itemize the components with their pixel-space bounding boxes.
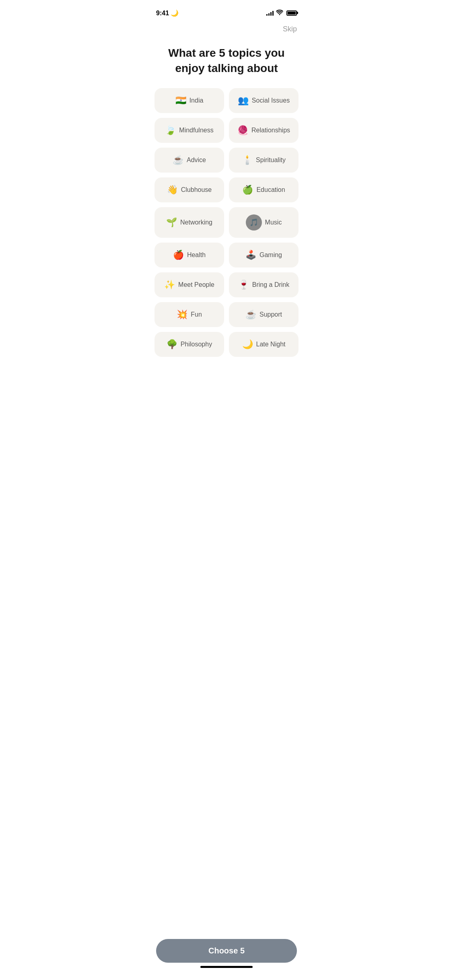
topic-label-networking: Networking: [180, 219, 212, 226]
music-icon: 🎵: [246, 214, 262, 231]
topic-label-bring-a-drink: Bring a Drink: [252, 281, 289, 288]
topic-label-relationships: Relationships: [251, 127, 290, 134]
topic-emoji-spirituality: 🕯️: [242, 155, 253, 165]
topic-btn-networking[interactable]: 🌱 Networking: [154, 207, 224, 238]
topic-btn-support[interactable]: ☕ Support: [229, 302, 299, 327]
topic-btn-late-night[interactable]: 🌙 Late Night: [229, 332, 299, 357]
status-time: 9:41 🌙: [156, 9, 179, 17]
topic-label-education: Education: [256, 186, 285, 194]
topic-emoji-relationships: 🧶: [237, 125, 248, 136]
topic-emoji-education: 🍏: [242, 185, 253, 195]
topic-btn-india[interactable]: 🇮🇳 India: [154, 88, 224, 113]
topic-emoji-india: 🇮🇳: [175, 95, 186, 106]
wifi-icon: [276, 10, 283, 16]
topic-label-late-night: Late Night: [256, 341, 286, 348]
topics-grid: 🇮🇳 India 👥 Social Issues 🍃 Mindfulness 🧶…: [148, 84, 305, 397]
topic-emoji-networking: 🌱: [166, 217, 177, 228]
topic-label-gaming: Gaming: [259, 251, 282, 259]
topic-label-advice: Advice: [187, 156, 206, 164]
page-title: What are 5 topics you enjoy talking abou…: [160, 45, 293, 76]
topic-btn-philosophy[interactable]: 🌳 Philosophy: [154, 332, 224, 357]
topic-btn-mindfulness[interactable]: 🍃 Mindfulness: [154, 118, 224, 143]
topic-btn-meet-people[interactable]: ✨ Meet People: [154, 272, 224, 297]
topic-label-clubhouse: Clubhouse: [181, 186, 212, 194]
topic-btn-advice[interactable]: ☕ Advice: [154, 148, 224, 173]
topic-emoji-mindfulness: 🍃: [165, 125, 176, 136]
topic-emoji-support: ☕: [245, 309, 256, 320]
topic-emoji-gaming: 🕹️: [245, 250, 256, 260]
topic-btn-clubhouse[interactable]: 👋 Clubhouse: [154, 177, 224, 202]
topic-btn-fun[interactable]: 💥 Fun: [154, 302, 224, 327]
topic-emoji-late-night: 🌙: [242, 339, 253, 350]
topic-btn-education[interactable]: 🍏 Education: [229, 177, 299, 202]
topic-emoji-social-issues: 👥: [238, 95, 249, 106]
topic-emoji-health: 🍎: [173, 250, 184, 260]
topic-btn-relationships[interactable]: 🧶 Relationships: [229, 118, 299, 143]
topic-emoji-bring-a-drink: 🍷: [238, 280, 249, 290]
status-icons: [266, 10, 297, 16]
topic-label-mindfulness: Mindfulness: [179, 127, 213, 134]
topic-label-india: India: [189, 97, 204, 104]
topic-emoji-fun: 💥: [177, 309, 187, 320]
topic-label-fun: Fun: [191, 311, 202, 318]
topic-btn-bring-a-drink[interactable]: 🍷 Bring a Drink: [229, 272, 299, 297]
topic-label-meet-people: Meet People: [178, 281, 214, 288]
topic-emoji-clubhouse: 👋: [167, 185, 178, 195]
topic-btn-music[interactable]: 🎵 Music: [229, 207, 299, 238]
signal-icon: [266, 10, 274, 16]
topic-label-social-issues: Social Issues: [252, 97, 290, 104]
topic-label-spirituality: Spirituality: [256, 156, 286, 164]
topic-emoji-meet-people: ✨: [164, 280, 175, 290]
skip-button[interactable]: Skip: [148, 20, 305, 33]
topic-btn-health[interactable]: 🍎 Health: [154, 243, 224, 268]
topic-btn-gaming[interactable]: 🕹️ Gaming: [229, 243, 299, 268]
topic-emoji-philosophy: 🌳: [167, 339, 177, 350]
topic-label-health: Health: [187, 251, 206, 259]
topic-btn-spirituality[interactable]: 🕯️ Spirituality: [229, 148, 299, 173]
topic-label-support: Support: [259, 311, 282, 318]
status-bar: 9:41 🌙: [148, 0, 305, 20]
topic-label-philosophy: Philosophy: [181, 341, 212, 348]
topic-btn-social-issues[interactable]: 👥 Social Issues: [229, 88, 299, 113]
battery-icon: [286, 10, 297, 16]
topic-label-music: Music: [265, 219, 282, 226]
page-header: What are 5 topics you enjoy talking abou…: [148, 33, 305, 84]
topic-emoji-advice: ☕: [173, 155, 183, 165]
